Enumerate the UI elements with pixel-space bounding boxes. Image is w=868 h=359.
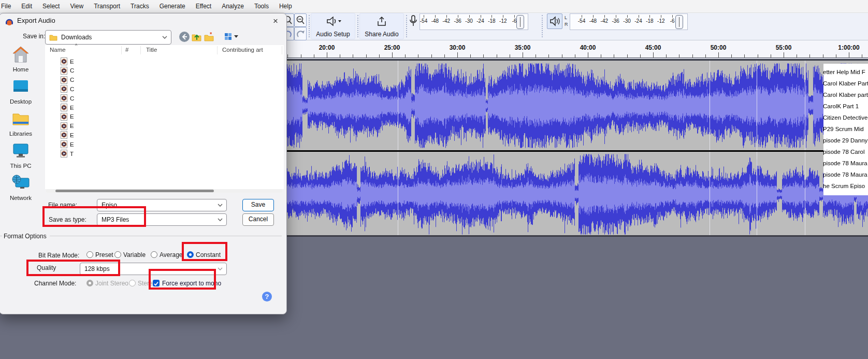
ruler-major-tick	[718, 52, 719, 58]
recording-meter[interactable]: -54-48-42-36-30-24-18-12-6	[419, 13, 528, 30]
media-file-icon	[61, 150, 67, 157]
ruler-time-label: 55:00	[768, 44, 799, 51]
view-menu-button[interactable]	[224, 32, 241, 42]
place-libraries[interactable]: Libraries	[0, 110, 44, 137]
ruler-major-tick	[784, 52, 784, 58]
save-in-label: Save in:	[23, 33, 45, 40]
menu-item-edit[interactable]: Edit	[16, 0, 37, 12]
clip-name-item[interactable]: Citizen Detective	[823, 112, 868, 123]
clip-name-item[interactable]: pisode 78 Carol	[823, 146, 868, 157]
column-header-name[interactable]: Name	[50, 47, 66, 53]
save-in-value: Downloads	[61, 34, 92, 41]
toolbar-grip[interactable]	[357, 15, 358, 37]
save-button[interactable]: Save	[242, 199, 274, 211]
bit-rate-radio-label: Average	[160, 251, 182, 259]
file-row[interactable]: E	[61, 122, 74, 130]
file-row[interactable]: C	[61, 76, 74, 84]
column-header-number[interactable]: #	[125, 47, 128, 53]
redo-button[interactable]	[294, 27, 307, 40]
file-row[interactable]: C	[61, 85, 74, 93]
file-row[interactable]: E	[61, 58, 74, 65]
play-meter-channel-r: R	[565, 22, 568, 27]
clip-name-item[interactable]: P29 Scrum Mid	[823, 123, 868, 135]
libraries-icon	[0, 110, 44, 130]
clip-name-item[interactable]: etter Help Mid F	[823, 66, 868, 78]
ruler-time-label: 30:00	[442, 44, 473, 51]
bit-rate-radio-constant[interactable]	[187, 251, 194, 258]
column-header-title[interactable]: Title	[146, 47, 157, 53]
file-row[interactable]: C	[61, 67, 74, 75]
clip-name-item[interactable]: pisode 78 Maura	[823, 169, 868, 180]
file-row[interactable]: E	[61, 140, 74, 148]
column-separator[interactable]	[140, 46, 141, 54]
clip-name-item[interactable]: pisode 78 Maura	[823, 157, 868, 169]
menu-item-tools[interactable]: Tools	[249, 0, 274, 12]
place-home[interactable]: Home	[0, 46, 44, 73]
clip-name-item[interactable]: Carol Klaber Part	[823, 78, 868, 89]
place-this-pc[interactable]: This PC	[0, 142, 44, 169]
force-mono-label: Force export to mono	[162, 280, 221, 287]
file-row[interactable]: E	[61, 113, 74, 121]
menu-item-help[interactable]: Help	[274, 0, 297, 12]
cancel-button[interactable]: Cancel	[242, 213, 274, 226]
column-separator[interactable]	[121, 46, 122, 54]
help-button[interactable]: ?	[262, 292, 272, 301]
dialog-title: Export Audio	[17, 17, 55, 24]
horizontal-scrollbar[interactable]	[46, 189, 282, 193]
ruler-time-label: 25:00	[377, 44, 408, 51]
file-row[interactable]: C	[61, 94, 74, 102]
file-row[interactable]: E	[61, 131, 74, 139]
clip-name-item[interactable]: pisode 29 Danny	[823, 135, 868, 146]
bit-rate-radio-average[interactable]	[151, 251, 157, 258]
media-file-icon	[61, 122, 67, 130]
ruler-time-label: 45:00	[638, 44, 669, 51]
menu-item-view[interactable]: View	[65, 0, 89, 12]
scrollbar-thumb[interactable]	[55, 190, 214, 192]
format-options-group-label: Format Options	[4, 233, 47, 240]
force-mono-checkbox[interactable]	[153, 280, 160, 286]
channel-mode-label: Channel Mode:	[34, 280, 76, 287]
file-row[interactable]: E	[61, 104, 74, 111]
clip-name-item[interactable]: Carol Klaber part	[823, 89, 868, 100]
menu-item-file[interactable]: File	[0, 0, 16, 12]
channel-mode-radio-stereo	[129, 280, 136, 286]
file-name-combobox[interactable]: Episo	[97, 199, 227, 211]
clip-name-item[interactable]: he Scrum Episo	[823, 180, 868, 192]
menu-item-select[interactable]: Select	[37, 0, 65, 12]
new-folder-button[interactable]: *	[204, 32, 214, 42]
menu-item-analyze[interactable]: Analyze	[216, 0, 249, 12]
toolbar-grip[interactable]	[406, 15, 407, 37]
toolbar-grip[interactable]	[542, 15, 543, 37]
audio-setup-button[interactable]: Audio Setup	[311, 13, 355, 39]
column-header-contributing-art[interactable]: Contributing art	[222, 47, 263, 53]
channel-mode-radio-joint-stereo	[86, 280, 93, 286]
back-button[interactable]	[179, 32, 190, 42]
toolbar-grip[interactable]	[309, 15, 310, 37]
zoom-out-button[interactable]	[294, 13, 307, 27]
bit-rate-radio-preset[interactable]	[86, 251, 93, 258]
menu-item-generate[interactable]: Generate	[154, 0, 191, 12]
place-desktop[interactable]: Desktop	[0, 78, 44, 105]
close-icon[interactable]: ×	[269, 15, 282, 27]
column-separator[interactable]	[282, 46, 282, 54]
place-network[interactable]: Network	[0, 174, 44, 201]
up-one-level-button[interactable]	[192, 32, 202, 42]
clip-name-item[interactable]: CarolK Part 1	[823, 100, 868, 112]
save-in-combobox[interactable]: Downloads	[45, 30, 171, 45]
meter-tick	[639, 15, 639, 18]
playback-speaker-button[interactable]	[547, 13, 562, 29]
ruler-time-label: 40:00	[572, 44, 603, 51]
menu-item-tracks[interactable]: Tracks	[125, 0, 154, 12]
quality-combobox[interactable]: 128 kbps	[80, 263, 227, 275]
share-audio-button[interactable]: Share Audio	[359, 13, 404, 39]
bit-rate-radio-variable[interactable]	[114, 251, 121, 258]
playback-meter[interactable]: -54-48-42-36-30-24-18-12-6	[570, 13, 688, 30]
menu-item-effect[interactable]: Effect	[191, 0, 216, 12]
ruler-major-tick	[457, 52, 458, 58]
file-row[interactable]: T	[61, 150, 74, 157]
column-separator[interactable]	[217, 46, 218, 54]
save-as-type-combobox[interactable]: MP3 Files	[97, 213, 227, 226]
menu-item-transport[interactable]: Transport	[89, 0, 125, 12]
file-list[interactable]: Name#TitleContributing art^ ECCCCEEEEET	[45, 45, 284, 189]
chevron-down-icon	[218, 218, 223, 221]
